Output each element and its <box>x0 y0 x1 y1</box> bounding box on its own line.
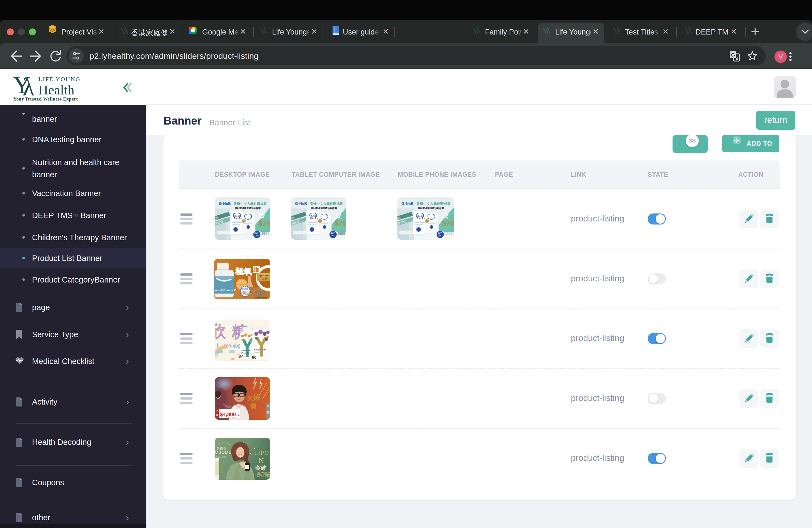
svg-text:/2針: /2針 <box>236 414 240 417</box>
svg-text:丨 · 安全放心: 丨 · 安全放心 <box>215 343 242 348</box>
svg-text:極氧: 極氧 <box>235 267 252 276</box>
svg-text:專利擊退腸道癌頂級益菌: 專利擊退腸道癌頂級益菌 <box>235 207 261 210</box>
svg-text:TWO: TWO <box>255 234 259 236</box>
svg-text:TWO: TWO <box>331 234 335 236</box>
svg-text:M✗TRA: M✗TRA <box>417 217 425 220</box>
svg-text:LIP: LIP <box>256 445 261 449</box>
svg-text:N: N <box>259 457 264 465</box>
svg-text:omal Vitamin C: omal Vitamin C <box>215 289 236 292</box>
svg-text:60: 60 <box>239 355 244 359</box>
svg-text:$76: $76 <box>442 219 454 227</box>
svg-text:TWO: TWO <box>438 234 443 236</box>
svg-text:專利擊退腸道癌頂級益菌: 專利擊退腸道癌頂級益菌 <box>311 207 337 210</box>
svg-text:G-NiiB: G-NiiB <box>417 215 424 217</box>
svg-text:傳輸技術: 傳輸技術 <box>242 291 251 293</box>
svg-text:G-NiiB: G-NiiB <box>219 201 231 206</box>
svg-text:$4,800: $4,800 <box>220 411 236 417</box>
svg-text:痛: 痛 <box>250 402 257 410</box>
svg-text:Sleep Calm: Sleep Calm <box>254 348 266 351</box>
svg-text:火燒: 火燒 <box>246 394 260 402</box>
svg-text:貝爾獎: 貝爾獎 <box>217 446 227 450</box>
svg-text:突破入細胞: 突破入細胞 <box>216 456 226 458</box>
svg-text:(原價 $13,000): (原價 $13,000) <box>227 417 236 419</box>
svg-text:BUY: BUY <box>331 232 335 234</box>
svg-text:預: 預 <box>266 404 270 408</box>
svg-text:定: 定 <box>215 410 218 413</box>
svg-text:價: 價 <box>215 414 218 416</box>
svg-text:天然: 天然 <box>262 278 267 281</box>
svg-text:超: 超 <box>266 410 270 414</box>
svg-text:G-NiiB: G-NiiB <box>401 201 414 206</box>
svg-text:60: 60 <box>252 355 257 360</box>
svg-text:LIPO: LIPO <box>254 450 269 456</box>
svg-text:M✗TRA: M✗TRA <box>310 217 318 220</box>
svg-text:欣: 欣 <box>215 322 226 340</box>
svg-text:BUY: BUY <box>255 232 259 234</box>
svg-text:維: 維 <box>253 267 259 273</box>
svg-text:專利擊退腸道癌頂級益菌: 專利擊退腸道癌頂級益菌 <box>417 207 444 210</box>
svg-text:G-NiiB: G-NiiB <box>310 215 317 217</box>
svg-text:香港中文大學科研成果: 香港中文大學科研成果 <box>233 202 267 206</box>
svg-text:突破: 突破 <box>255 465 266 471</box>
svg-text:Gummies: Gummies <box>254 352 262 353</box>
svg-text:G-NiiB: G-NiiB <box>234 215 241 217</box>
svg-text:提升吸收率: 提升吸收率 <box>255 296 267 299</box>
svg-text:Kids Om: Kids Om <box>242 349 250 352</box>
svg-text:諾貝爾得獎: 諾貝爾得獎 <box>242 288 253 291</box>
svg-text:香港中文大學科研成果: 香港中文大學科研成果 <box>416 202 450 206</box>
svg-text:直達細胞: 直達細胞 <box>243 293 251 295</box>
svg-text:文: 文 <box>735 56 739 61</box>
svg-text:$76: $76 <box>259 219 270 227</box>
svg-text:香港中文大學科研成果: 香港中文大學科研成果 <box>309 202 343 206</box>
svg-text:Fish Oil: Fish Oil <box>242 352 249 354</box>
svg-text:Liposoma: Liposoma <box>257 274 270 277</box>
svg-text:M✗TRA: M✗TRA <box>234 217 242 220</box>
svg-text:$76: $76 <box>335 219 346 227</box>
svg-text:90%: 90% <box>257 471 270 479</box>
svg-text:G-NiiB: G-NiiB <box>295 201 307 206</box>
svg-text:OSOME: OSOME <box>215 450 232 455</box>
svg-text:233: 233 <box>253 289 265 297</box>
svg-text:BUY: BUY <box>438 232 442 234</box>
